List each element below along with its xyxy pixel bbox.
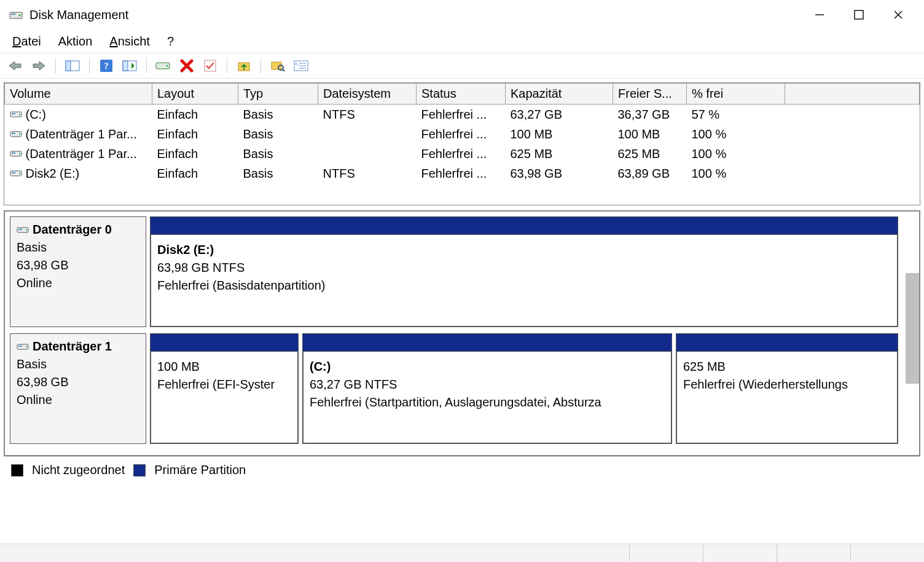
svg-point-35	[18, 173, 20, 174]
list-options-icon[interactable]	[292, 57, 310, 75]
help-button[interactable]: ?	[97, 57, 116, 75]
disk-mgmt-icon	[9, 7, 23, 22]
disk-type: Basis	[17, 355, 139, 373]
svg-rect-8	[66, 61, 71, 71]
disk-label-box[interactable]: Datenträger 1Basis63,98 GBOnline	[10, 333, 146, 444]
partition-body: (C:)63,27 GB NTFSFehlerfrei (Startpartit…	[303, 351, 671, 443]
column-header-cap[interactable]: Kapazität	[506, 84, 613, 105]
column-header-pct[interactable]: % frei	[687, 84, 785, 105]
disk-label-box[interactable]: Datenträger 0Basis63,98 GBOnline	[10, 216, 146, 327]
delete-icon[interactable]	[178, 57, 196, 75]
folder-search-icon[interactable]	[268, 57, 287, 75]
svg-point-41	[26, 346, 27, 347]
disk-size: 63,98 GB	[17, 256, 139, 274]
volume-free: 625 MB	[613, 144, 687, 164]
svg-rect-31	[12, 152, 15, 154]
disk-type: Basis	[17, 239, 139, 256]
partition-header	[676, 334, 898, 351]
column-header-row: Volume Layout Typ Dateisystem Status Kap…	[5, 84, 920, 105]
window-titlebar: Disk Management	[0, 0, 924, 30]
volume-pct: 100 %	[687, 124, 785, 144]
column-header-fs[interactable]: Dateisystem	[318, 84, 417, 105]
window-maximize-button[interactable]	[839, 0, 879, 30]
toolbar: ?	[0, 53, 924, 79]
svg-point-32	[18, 153, 20, 154]
legend: Nicht zugeordnet Primäre Partition	[4, 456, 920, 483]
volume-row[interactable]: (C:)EinfachBasisNTFSFehlerfrei ...63,27 …	[5, 105, 920, 125]
rescan-button[interactable]	[154, 57, 173, 75]
menu-datei[interactable]: Datei	[12, 34, 41, 49]
disk-icon	[10, 130, 22, 138]
volume-cap: 100 MB	[506, 124, 613, 144]
partitions-area: Disk2 (E:)63,98 GB NTFSFehlerfrei (Basis…	[150, 216, 898, 327]
svg-rect-4	[855, 10, 863, 19]
volume-fs: NTFS	[318, 105, 417, 125]
properties-check-icon[interactable]	[201, 57, 219, 75]
svg-rect-40	[18, 346, 22, 347]
partition-body: 625 MBFehlerfrei (Wiederherstellungs	[676, 351, 898, 443]
disk-size: 63,98 GB	[17, 373, 139, 391]
partition-header	[151, 334, 298, 351]
volume-row[interactable]: Disk2 (E:)EinfachBasisNTFSFehlerfrei ...…	[5, 164, 920, 183]
column-header-status[interactable]: Status	[417, 84, 506, 105]
partition-size: 625 MB	[683, 358, 891, 376]
forward-button[interactable]	[29, 57, 48, 75]
toolbar-separator	[227, 58, 227, 74]
partition-box[interactable]: 625 MBFehlerfrei (Wiederherstellungs	[676, 333, 898, 444]
column-header-volume[interactable]: Volume	[5, 84, 152, 105]
disk-icon	[17, 342, 29, 351]
statusbar	[0, 544, 924, 562]
content-area: Volume Layout Typ Dateisystem Status Kap…	[0, 79, 924, 483]
volume-name: (C:)	[26, 108, 46, 122]
partition-size: 63,98 GB NTFS	[157, 259, 891, 277]
menu-help[interactable]: ?	[167, 34, 174, 49]
menu-ansicht[interactable]: Ansicht	[109, 34, 150, 49]
volume-free: 63,89 GB	[613, 164, 687, 183]
volume-row[interactable]: (Datenträger 1 Par...EinfachBasisFehlerf…	[5, 124, 920, 144]
svg-point-26	[18, 114, 20, 115]
legend-swatch-primary	[133, 464, 146, 477]
volume-typ: Basis	[238, 105, 318, 125]
partition-box[interactable]: 100 MBFehlerfrei (EFI-Syster	[150, 333, 299, 444]
volume-fs	[318, 144, 417, 164]
show-hide-tree-button[interactable]	[63, 57, 82, 75]
disk-graphic-panel: Datenträger 0Basis63,98 GBOnlineDisk2 (E…	[4, 210, 920, 456]
column-header-free[interactable]: Freier S...	[613, 84, 687, 105]
toolbar-separator	[89, 58, 90, 74]
folder-up-icon[interactable]	[235, 57, 253, 75]
volume-pct: 100 %	[687, 144, 785, 164]
window-minimize-button[interactable]	[800, 0, 839, 30]
menu-aktion[interactable]: Aktion	[58, 34, 93, 49]
toolbar-separator	[55, 58, 56, 74]
volume-name: (Datenträger 1 Par...	[26, 127, 137, 141]
back-button[interactable]	[6, 57, 25, 75]
partition-status: Fehlerfrei (EFI-Syster	[157, 376, 291, 394]
volume-fs	[318, 124, 417, 144]
partition-size: 100 MB	[157, 358, 291, 376]
volume-typ: Basis	[238, 144, 318, 164]
volume-row[interactable]: (Datenträger 1 Par...EinfachBasisFehlerf…	[5, 144, 920, 164]
volume-typ: Basis	[238, 124, 318, 144]
svg-text:?: ?	[104, 61, 109, 71]
toolbar-separator	[260, 58, 261, 74]
partition-box[interactable]: Disk2 (E:)63,98 GB NTFSFehlerfrei (Basis…	[150, 216, 898, 327]
svg-rect-12	[123, 61, 128, 71]
legend-swatch-unallocated	[11, 464, 23, 477]
partitions-area: 100 MBFehlerfrei (EFI-Syster (C:)63,27 G…	[150, 333, 898, 444]
volume-typ: Basis	[238, 164, 318, 183]
column-header-layout[interactable]: Layout	[152, 84, 238, 105]
partition-body: 100 MBFehlerfrei (EFI-Syster	[151, 351, 298, 443]
partition-title: Disk2 (E:)	[157, 241, 891, 259]
partition-box[interactable]: (C:)63,27 GB NTFSFehlerfrei (Startpartit…	[302, 333, 672, 444]
volume-free: 100 MB	[613, 124, 687, 144]
window-title: Disk Management	[29, 8, 128, 22]
volume-status: Fehlerfrei ...	[417, 105, 506, 125]
disk-icon	[17, 226, 29, 234]
disk-title: Datenträger 0	[33, 221, 112, 239]
column-header-typ[interactable]: Typ	[238, 84, 318, 105]
refresh-gui-button[interactable]	[120, 57, 139, 75]
legend-label-unallocated: Nicht zugeordnet	[32, 463, 125, 477]
volume-list: Volume Layout Typ Dateisystem Status Kap…	[4, 82, 920, 205]
window-close-button[interactable]	[879, 0, 918, 30]
svg-point-38	[26, 229, 27, 230]
